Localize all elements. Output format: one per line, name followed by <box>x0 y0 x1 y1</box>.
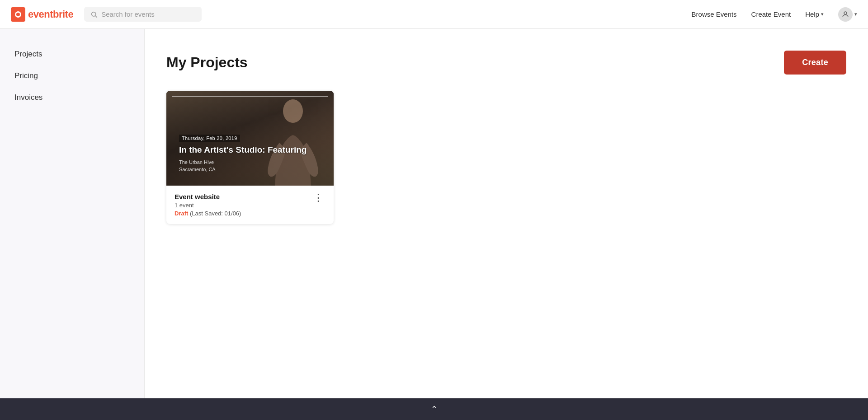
svg-line-4 <box>95 16 97 18</box>
project-status: Draft (Last Saved: 01/06) <box>175 210 241 217</box>
project-card[interactable]: Thursday, Feb 20, 2019 In the Artist's S… <box>166 91 334 224</box>
project-name: Event website <box>175 193 241 201</box>
page-title: My Projects <box>166 54 248 71</box>
layout: Projects Pricing Invoices My Projects Cr… <box>0 29 868 420</box>
project-options-button[interactable]: ⋮ <box>311 193 326 203</box>
navbar: eventbrite Search for events Browse Even… <box>0 0 868 29</box>
project-event-count: 1 event <box>175 202 241 209</box>
status-draft-label: Draft <box>175 210 188 217</box>
help-link[interactable]: Help ▾ <box>805 10 824 18</box>
event-venue: The Urban HiveSacramento, CA <box>179 159 307 173</box>
create-button[interactable]: Create <box>784 51 846 75</box>
sidebar: Projects Pricing Invoices <box>0 29 145 420</box>
sidebar-item-invoices[interactable]: Invoices <box>0 87 144 108</box>
last-saved-label: (Last Saved: 01/06) <box>190 210 241 217</box>
main-header: My Projects Create <box>166 51 846 75</box>
project-card-image: Thursday, Feb 20, 2019 In the Artist's S… <box>166 91 334 186</box>
event-date: Thursday, Feb 20, 2019 <box>179 135 240 142</box>
svg-point-2 <box>16 13 20 16</box>
user-menu[interactable]: ▾ <box>838 7 857 22</box>
project-card-info: Event website 1 event Draft (Last Saved:… <box>166 186 334 224</box>
logo-text: eventbrite <box>28 9 73 20</box>
browse-events-link[interactable]: Browse Events <box>692 10 737 18</box>
event-image-bg: Thursday, Feb 20, 2019 In the Artist's S… <box>166 91 334 186</box>
logo[interactable]: eventbrite <box>11 7 73 22</box>
footer-chevron-icon: ⌃ <box>431 404 438 414</box>
search-placeholder: Search for events <box>101 10 155 18</box>
svg-point-5 <box>844 12 847 14</box>
sidebar-item-pricing[interactable]: Pricing <box>0 65 144 87</box>
projects-grid: Thursday, Feb 20, 2019 In the Artist's S… <box>166 91 846 224</box>
help-chevron-icon: ▾ <box>821 11 824 17</box>
event-title-img: In the Artist's Studio: Featuring <box>179 145 307 156</box>
event-image-text: Thursday, Feb 20, 2019 In the Artist's S… <box>179 134 307 173</box>
main-content: My Projects Create <box>145 29 868 420</box>
footer-bar: ⌃ <box>0 398 868 420</box>
user-avatar <box>838 7 853 22</box>
help-label: Help <box>805 10 819 18</box>
search-icon <box>90 11 98 18</box>
svg-point-3 <box>92 12 96 16</box>
project-info-left: Event website 1 event Draft (Last Saved:… <box>175 193 241 217</box>
search-bar[interactable]: Search for events <box>84 7 202 22</box>
nav-links: Browse Events Create Event Help ▾ ▾ <box>692 7 857 22</box>
logo-icon <box>11 7 25 22</box>
user-chevron-icon: ▾ <box>854 11 857 17</box>
create-event-link[interactable]: Create Event <box>751 10 791 18</box>
sidebar-item-projects[interactable]: Projects <box>0 43 144 65</box>
